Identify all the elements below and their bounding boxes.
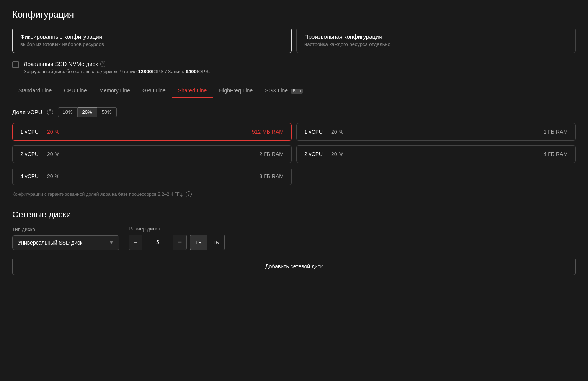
tab-sgx[interactable]: SGX Line Beta (259, 84, 309, 98)
disk-settings: Тип диска Универсальный SSD диск ▼ Разме… (12, 226, 576, 250)
chevron-down-icon: ▼ (109, 240, 114, 245)
tab-shared[interactable]: Shared Line (172, 84, 213, 98)
config-note: Конфигурации с гарантированной долей ядр… (12, 191, 576, 197)
config-type-fixed[interactable]: Фиксированные конфигурации выбор из гото… (12, 28, 292, 53)
disk-size-value: 5 (142, 235, 173, 250)
disk-type-label: Тип диска (12, 227, 119, 232)
tab-highfreq[interactable]: HighFreq Line (213, 84, 259, 98)
local-ssd-title: Локальный SSD NVMe диск ? (24, 61, 210, 67)
config-option-1vcpu-1gb[interactable]: 1 vCPU 20 % 1 ГБ RAM (296, 123, 576, 141)
config-type-fixed-title: Фиксированные конфигурации (20, 33, 284, 40)
config-ram-val: 4 ГБ RAM (544, 151, 568, 157)
config-note-help-icon[interactable]: ? (186, 191, 192, 197)
disk-size-control: − 5 + (129, 235, 187, 250)
percent-buttons: 10% 20% 50% (58, 107, 117, 117)
vcpu-help-icon[interactable]: ? (47, 109, 53, 115)
config-option-1vcpu-512mb[interactable]: 1 vCPU 20 % 512 МБ RAM (12, 123, 292, 141)
tabs-row: Standard Line CPU Line Memory Line GPU L… (12, 84, 576, 98)
config-vcpu-val: 1 vCPU (20, 129, 47, 135)
config-percent-val: 20 % (47, 151, 70, 157)
config-type-custom-subtitle: настройка каждого ресурса отдельно (304, 41, 568, 47)
disk-unit-tb-button[interactable]: ТБ (207, 235, 225, 250)
config-options-grid: 1 vCPU 20 % 512 МБ RAM 1 vCPU 20 % 1 ГБ … (12, 123, 576, 185)
local-ssd-text: Локальный SSD NVMe диск ? Загрузочный ди… (24, 61, 210, 74)
percent-btn-50[interactable]: 50% (97, 107, 117, 117)
tab-cpu[interactable]: CPU Line (58, 84, 93, 98)
config-type-fixed-subtitle: выбор из готовых наборов ресурсов (20, 41, 284, 47)
config-vcpu-val: 1 vCPU (304, 129, 331, 135)
disk-type-select[interactable]: Универсальный SSD диск ▼ (12, 235, 119, 250)
tab-memory[interactable]: Memory Line (93, 84, 136, 98)
config-ram-val: 2 ГБ RAM (260, 151, 284, 157)
config-ram-val: 8 ГБ RAM (260, 173, 284, 179)
config-vcpu-val: 2 vCPU (304, 151, 331, 157)
disk-size-increase-button[interactable]: + (173, 235, 187, 250)
vcpu-label: Доля vCPU (12, 109, 42, 115)
disk-unit-gb-button[interactable]: ГБ (190, 235, 207, 250)
local-ssd-desc: Загрузочный диск без сетевых задержек. Ч… (24, 69, 210, 74)
percent-btn-10[interactable]: 10% (58, 107, 78, 117)
vcpu-section: Доля vCPU ? 10% 20% 50% 1 vCPU 20 % 512 … (12, 107, 576, 197)
config-ram-val: 512 МБ RAM (252, 129, 284, 135)
page-title: Конфигурация (12, 9, 576, 20)
disk-size-label: Размер диска (129, 226, 225, 232)
local-ssd-help-icon[interactable]: ? (100, 61, 106, 67)
config-option-4vcpu-8gb[interactable]: 4 vCPU 20 % 8 ГБ RAM (12, 168, 292, 185)
disk-unit-toggle: ГБ ТБ (190, 235, 225, 250)
config-vcpu-val: 4 vCPU (20, 173, 47, 179)
tab-standard[interactable]: Standard Line (12, 84, 58, 98)
local-ssd-checkbox[interactable] (12, 61, 19, 68)
local-ssd-row: Локальный SSD NVMe диск ? Загрузочный ди… (12, 61, 576, 74)
config-type-row: Фиксированные конфигурации выбор из гото… (12, 28, 576, 53)
tab-sgx-badge: Beta (291, 89, 303, 94)
vcpu-header: Доля vCPU ? 10% 20% 50% (12, 107, 576, 117)
config-percent-val: 20 % (47, 129, 70, 135)
percent-btn-20[interactable]: 20% (78, 107, 97, 117)
config-option-2vcpu-2gb[interactable]: 2 vCPU 20 % 2 ГБ RAM (12, 145, 292, 163)
config-percent-val: 20 % (47, 173, 70, 179)
network-disks-title: Сетевые диски (12, 210, 576, 220)
config-percent-val: 20 % (331, 151, 354, 157)
disk-type-field: Тип диска Универсальный SSD диск ▼ (12, 227, 119, 250)
disk-type-value: Универсальный SSD диск (18, 240, 82, 246)
config-percent-val: 20 % (331, 129, 354, 135)
add-disk-button[interactable]: Добавить сетевой диск (12, 258, 576, 275)
tab-gpu[interactable]: GPU Line (136, 84, 172, 98)
disk-size-field: Размер диска − 5 + ГБ ТБ (129, 226, 225, 250)
config-vcpu-val: 2 vCPU (20, 151, 47, 157)
config-type-custom-title: Произвольная конфигурация (304, 33, 568, 40)
config-option-2vcpu-4gb[interactable]: 2 vCPU 20 % 4 ГБ RAM (296, 145, 576, 163)
config-type-custom[interactable]: Произвольная конфигурация настройка кажд… (296, 28, 576, 53)
disk-size-decrease-button[interactable]: − (129, 235, 142, 250)
config-ram-val: 1 ГБ RAM (544, 129, 568, 135)
